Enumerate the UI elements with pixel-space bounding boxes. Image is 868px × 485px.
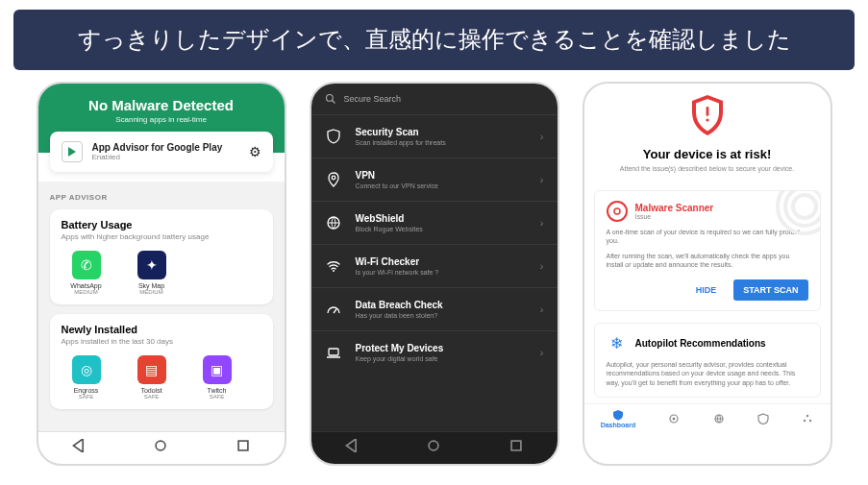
gauge-icon bbox=[325, 302, 342, 317]
battery-title: Battery Usage bbox=[62, 219, 261, 230]
hide-button[interactable]: HIDE bbox=[688, 279, 725, 301]
phone-1: No Malware Detected Scanning apps in rea… bbox=[37, 82, 286, 466]
svg-point-17 bbox=[614, 208, 620, 214]
tab-2[interactable] bbox=[668, 413, 680, 425]
newly-app-1[interactable]: ▤ Todoist SAFE bbox=[127, 355, 177, 400]
feature-list: Security ScanScan installed apps for thr… bbox=[311, 114, 558, 431]
svg-point-12 bbox=[706, 118, 708, 121]
start-scan-button[interactable]: START SCAN bbox=[733, 279, 807, 301]
svg-point-22 bbox=[804, 420, 806, 422]
feature-item-0[interactable]: Security ScanScan installed apps for thr… bbox=[311, 114, 558, 158]
autopilot-title: Autopilot Recommendations bbox=[635, 338, 766, 349]
chevron-right-icon: › bbox=[540, 260, 544, 272]
shield-icon bbox=[325, 129, 342, 144]
newly-title: Newly Installed bbox=[62, 324, 261, 335]
chevron-right-icon: › bbox=[540, 303, 544, 315]
svg-point-6 bbox=[333, 270, 335, 272]
app-advisor-label: APP ADVISOR bbox=[50, 193, 273, 202]
risk-title: Your device is at risk! bbox=[598, 147, 817, 161]
feature-item-3[interactable]: Wi-Fi CheckerIs your Wi-Fi network safe … bbox=[311, 244, 558, 287]
svg-rect-13 bbox=[706, 107, 708, 116]
malware-title: No Malware Detected bbox=[38, 97, 285, 113]
phones-row: No Malware Detected Scanning apps in rea… bbox=[0, 82, 868, 466]
malware-scanner-card: Malware Scanner Issue A one-time scan of… bbox=[594, 190, 821, 311]
tab-4[interactable] bbox=[757, 413, 769, 425]
pin-icon bbox=[325, 172, 342, 187]
risk-sub: Attend the issue(s) described below to s… bbox=[598, 164, 817, 173]
battery-app-0[interactable]: ✆ WhatsApp MEDIUM bbox=[62, 251, 112, 295]
malware-issue: Issue bbox=[635, 213, 714, 220]
svg-rect-8 bbox=[329, 349, 338, 355]
secure-search[interactable]: Secure Search bbox=[311, 84, 558, 114]
android-navbar bbox=[38, 431, 285, 464]
gear-icon[interactable]: ⚙ bbox=[249, 144, 261, 159]
battery-app-1[interactable]: ✦ Sky Map MEDIUM bbox=[127, 251, 177, 295]
autopilot-card: ❄ Autopilot Recommendations Autopilot, y… bbox=[594, 323, 821, 398]
play-icon bbox=[62, 141, 83, 162]
svg-point-14 bbox=[793, 195, 816, 218]
svg-point-2 bbox=[326, 94, 333, 101]
newly-app-2[interactable]: ▣ Twitch SAFE bbox=[192, 355, 242, 400]
app-advisor-card[interactable]: App Advisor for Google Play Enabled ⚙ bbox=[50, 132, 273, 172]
search-icon bbox=[325, 93, 336, 105]
nav-back-icon[interactable] bbox=[345, 439, 359, 456]
globe-icon bbox=[325, 215, 342, 230]
svg-point-19 bbox=[673, 417, 676, 420]
malware-body2: After running the scan, we'll automatica… bbox=[607, 252, 808, 270]
android-navbar bbox=[311, 431, 558, 464]
autopilot-body: Autopilot, your personal security adviso… bbox=[607, 360, 808, 387]
newly-sub: Apps installed in the last 30 days bbox=[62, 337, 261, 346]
svg-point-21 bbox=[806, 415, 808, 417]
search-placeholder: Secure Search bbox=[344, 94, 402, 104]
caption-banner: すっきりしたデザインで、直感的に操作できることを確認しました bbox=[13, 10, 855, 70]
chevron-right-icon: › bbox=[540, 131, 544, 142]
feature-item-2[interactable]: WebShieldBlock Rogue Websites› bbox=[311, 201, 558, 244]
malware-title: Malware Scanner bbox=[635, 203, 714, 213]
tab-5[interactable] bbox=[802, 413, 813, 425]
nav-home-icon[interactable] bbox=[427, 439, 440, 456]
svg-rect-1 bbox=[238, 441, 248, 450]
nav-recent-icon[interactable] bbox=[236, 439, 250, 456]
svg-rect-11 bbox=[511, 441, 521, 450]
chevron-right-icon: › bbox=[540, 174, 544, 185]
malware-sub: Scanning apps in real-time bbox=[38, 115, 285, 124]
feature-item-4[interactable]: Data Breach CheckHas your data been stol… bbox=[311, 287, 558, 330]
feature-item-1[interactable]: VPNConnect to our VPN service› bbox=[311, 158, 558, 201]
phone-2: Secure Search Security ScanScan installe… bbox=[310, 82, 559, 466]
nav-recent-icon[interactable] bbox=[509, 439, 523, 456]
laptop-icon bbox=[325, 345, 342, 360]
svg-point-0 bbox=[157, 441, 166, 450]
tab-3[interactable] bbox=[713, 413, 725, 425]
svg-point-4 bbox=[332, 176, 335, 180]
newly-app-0[interactable]: ◎ Engross SAFE bbox=[62, 355, 112, 400]
rings-icon bbox=[776, 190, 821, 235]
svg-line-3 bbox=[332, 100, 335, 103]
svg-line-7 bbox=[334, 309, 336, 313]
newly-panel[interactable]: Newly Installed Apps installed in the la… bbox=[50, 314, 273, 409]
chevron-right-icon: › bbox=[540, 217, 544, 229]
wifi-icon bbox=[325, 258, 342, 274]
advisor-status: Enabled bbox=[92, 153, 239, 161]
shield-alert-icon bbox=[688, 93, 727, 137]
autopilot-icon: ❄ bbox=[607, 333, 628, 354]
battery-panel[interactable]: Battery Usage Apps with higher backgroun… bbox=[50, 209, 273, 304]
battery-sub: Apps with higher background battery usag… bbox=[62, 232, 261, 241]
tab-dashboard[interactable]: Dashboard bbox=[601, 409, 636, 428]
phone-3: Your device is at risk! Attend the issue… bbox=[583, 82, 832, 466]
chevron-right-icon: › bbox=[540, 347, 544, 358]
advisor-title: App Advisor for Google Play bbox=[92, 142, 239, 153]
scanner-icon bbox=[607, 201, 628, 222]
svg-point-10 bbox=[430, 441, 439, 450]
bottom-tabs: Dashboard bbox=[584, 403, 831, 434]
feature-item-5[interactable]: Protect My DevicesKeep your digital worl… bbox=[311, 330, 558, 374]
nav-home-icon[interactable] bbox=[154, 439, 167, 456]
svg-point-23 bbox=[809, 420, 811, 422]
nav-back-icon[interactable] bbox=[72, 439, 86, 456]
